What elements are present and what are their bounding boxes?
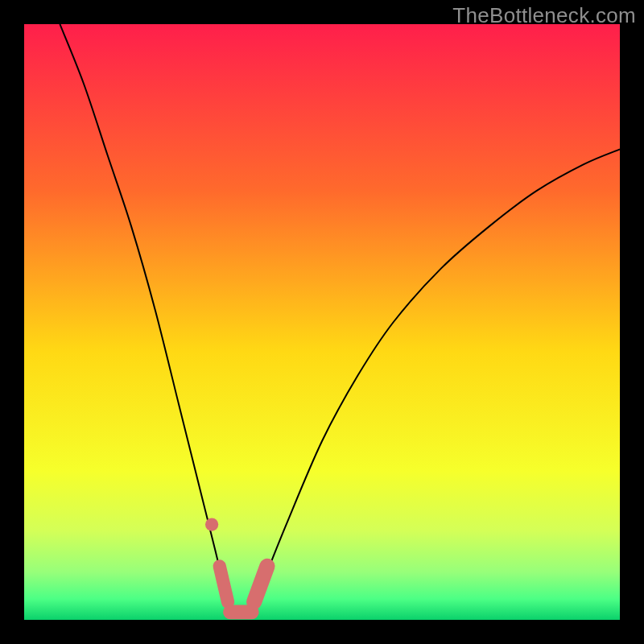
chart-frame: TheBottleneck.com	[0, 0, 644, 644]
watermark-text: TheBottleneck.com	[452, 3, 636, 28]
gradient-background	[24, 24, 620, 620]
highlight-dot-left	[205, 518, 218, 530]
plot-area	[24, 24, 620, 620]
highlight-band-left	[220, 566, 228, 601]
chart-canvas	[24, 24, 620, 620]
